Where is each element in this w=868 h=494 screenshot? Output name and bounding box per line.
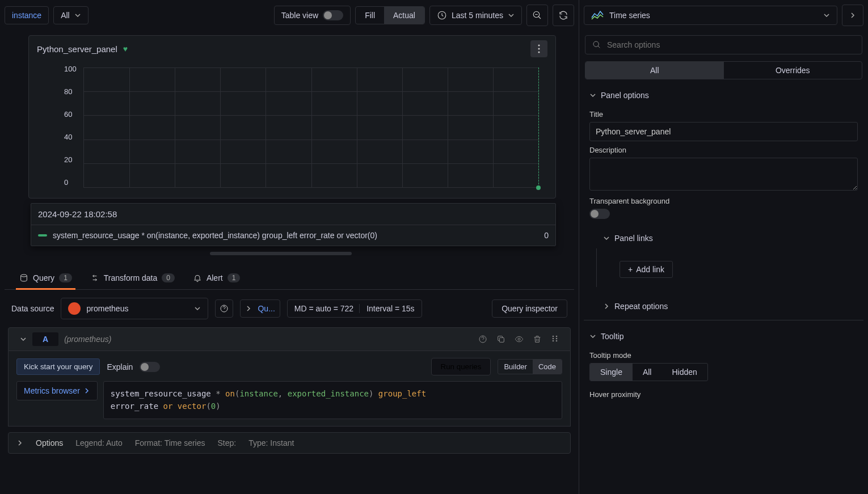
refresh-icon: [558, 10, 568, 20]
time-range-label: Last 5 minutes: [452, 11, 503, 20]
horizontal-scrollbar[interactable]: [210, 252, 352, 255]
visualization-panel: Python_server_panel ♥ 100 80 60 40 20 0: [28, 35, 556, 199]
help-icon[interactable]: [478, 335, 487, 344]
panel-menu-button[interactable]: [530, 40, 547, 57]
help-button[interactable]: [215, 299, 233, 318]
visualization-type-select[interactable]: Time series: [584, 6, 837, 25]
svg-point-4: [538, 52, 540, 53]
variable-value-dropdown[interactable]: All: [53, 6, 89, 24]
chart-tooltip: 2024-09-22 18:02:58 system_resource_usag…: [31, 203, 556, 246]
search-icon: [592, 40, 601, 49]
query-inspector-button[interactable]: Query inspector: [492, 299, 567, 318]
svg-point-9: [518, 338, 520, 340]
section-panel-options[interactable]: Panel options: [589, 87, 858, 105]
y-tick: 100: [64, 65, 77, 73]
description-input[interactable]: [589, 158, 858, 191]
transparent-label: Transparent background: [589, 197, 858, 205]
transparent-toggle[interactable]: [589, 209, 610, 219]
tab-query[interactable]: Query 1: [16, 269, 75, 289]
series-name: system_resource_usage * on(instance, exp…: [53, 231, 377, 240]
transform-icon: [90, 273, 99, 282]
tooltip-mode-group: Single All Hidden: [589, 363, 708, 381]
tab-label: Alert: [207, 273, 223, 282]
kick-start-button[interactable]: Kick start your query: [16, 358, 100, 375]
add-link-button[interactable]: + Add link: [620, 261, 673, 278]
title-label: Title: [589, 110, 858, 119]
top-toolbar: instance All Table view Fill Actual Last…: [0, 0, 579, 31]
svg-point-11: [556, 336, 558, 337]
chevron-down-icon: [589, 92, 596, 99]
editor-tabs: Query 1 Transform data 0 Alert 1: [5, 260, 574, 290]
collapse-sidebar-button[interactable]: [842, 5, 863, 26]
toggle-switch[interactable]: [323, 10, 343, 20]
svg-point-12: [553, 338, 554, 340]
query-row-header[interactable]: A (prometheus): [8, 327, 571, 351]
data-source-select[interactable]: prometheus: [61, 298, 208, 319]
search-input[interactable]: [607, 40, 855, 49]
explain-toggle[interactable]: [140, 362, 160, 372]
section-tooltip[interactable]: Tooltip: [589, 328, 858, 347]
options-sidebar: Time series All Overrides Panel options …: [579, 0, 868, 494]
section-panel-links[interactable]: Panel links: [589, 230, 858, 248]
section-title: Repeat options: [614, 302, 668, 311]
actual-button[interactable]: Actual: [384, 7, 424, 24]
tab-transform[interactable]: Transform data 0: [87, 269, 178, 289]
tooltip-all[interactable]: All: [633, 364, 662, 381]
query-code-editor[interactable]: system_resource_usage * on(instance, exp…: [103, 381, 562, 419]
tooltip-hidden[interactable]: Hidden: [661, 364, 707, 381]
run-queries-button[interactable]: Run queries: [431, 358, 491, 375]
tab-all[interactable]: All: [585, 62, 724, 79]
query-controls-bar: Data source prometheus Qu... MD = auto =…: [0, 290, 579, 327]
tab-overrides[interactable]: Overrides: [724, 62, 862, 79]
tab-alert[interactable]: Alert 1: [189, 269, 243, 289]
chevron-right-icon: [245, 305, 252, 312]
chevron-right-icon: [603, 303, 610, 310]
section-title: Tooltip: [601, 332, 623, 341]
md-text: MD = auto = 722: [294, 304, 353, 313]
y-tick: 80: [64, 87, 72, 96]
drag-handle-icon[interactable]: [551, 335, 559, 343]
chevron-down-icon: [74, 12, 81, 19]
viz-type-label: Time series: [609, 11, 650, 20]
fit-mode-group: Fill Actual: [355, 6, 425, 24]
svg-point-5: [21, 275, 27, 277]
chart-grid: [83, 67, 538, 188]
variable-chip[interactable]: instance: [5, 6, 49, 24]
chart-area[interactable]: 100 80 60 40 20 0: [29, 62, 555, 198]
svg-point-10: [553, 336, 554, 337]
section-repeat-options[interactable]: Repeat options: [589, 298, 858, 316]
chevron-right-icon: [849, 12, 856, 19]
metrics-browser-button[interactable]: Metrics browser: [16, 381, 98, 400]
tab-label: Query: [33, 273, 54, 282]
svg-point-16: [593, 41, 599, 47]
table-view-toggle[interactable]: Table view: [274, 6, 351, 25]
refresh-button[interactable]: [553, 5, 574, 26]
chevron-down-icon: [603, 235, 610, 242]
zoom-out-button[interactable]: [526, 5, 548, 26]
step-option: Step:: [217, 438, 236, 447]
hover-proximity-label: Hover proximity: [589, 390, 858, 399]
database-icon: [19, 273, 28, 282]
title-input[interactable]: [589, 122, 858, 141]
query-options-row[interactable]: Options Legend: Auto Format: Time series…: [8, 432, 571, 454]
eye-icon[interactable]: [515, 335, 524, 344]
query-patterns-button[interactable]: Qu...: [240, 299, 280, 318]
trash-icon[interactable]: [533, 335, 542, 344]
builder-mode[interactable]: Builder: [498, 360, 532, 374]
data-point: [536, 185, 541, 190]
y-tick: 40: [64, 133, 72, 141]
chevron-right-icon: [16, 440, 23, 446]
tooltip-single[interactable]: Single: [590, 364, 633, 381]
search-options[interactable]: [585, 35, 862, 54]
md-info: MD = auto = 722 Interval = 15s: [287, 299, 422, 318]
bell-icon: [193, 273, 202, 282]
tab-count: 1: [59, 273, 72, 282]
code-mode[interactable]: Code: [533, 360, 562, 374]
tooltip-timestamp: 2024-09-22 18:02:58: [31, 204, 555, 225]
time-range-picker[interactable]: Last 5 minutes: [429, 6, 522, 25]
prometheus-icon: [68, 302, 81, 315]
fill-button[interactable]: Fill: [356, 7, 384, 24]
plus-icon: +: [628, 265, 633, 274]
interval-text: Interval = 15s: [359, 304, 414, 313]
duplicate-icon[interactable]: [496, 335, 505, 344]
